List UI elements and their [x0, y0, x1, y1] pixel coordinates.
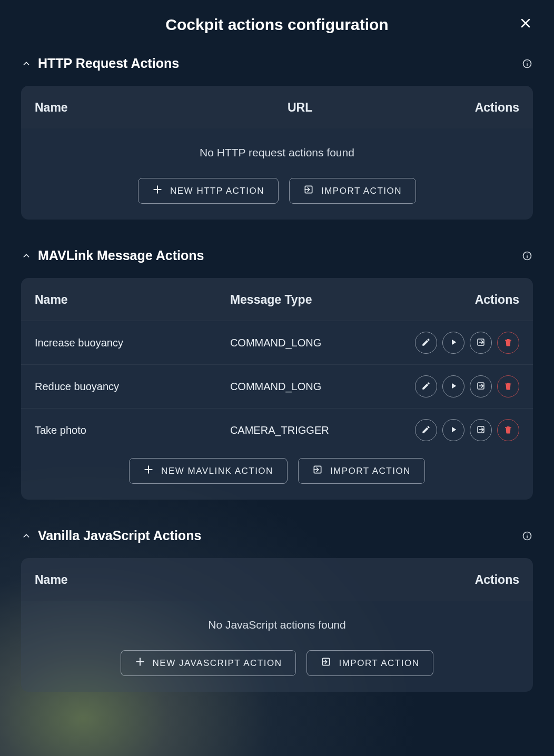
svg-point-11	[527, 253, 528, 254]
play-icon	[449, 381, 458, 392]
section-http-header-left: HTTP Request Actions	[21, 56, 179, 71]
import-mavlink-action-button[interactable]: IMPORT ACTION	[298, 458, 425, 484]
new-http-action-button[interactable]: NEW HTTP ACTION	[138, 178, 279, 204]
section-http: HTTP Request Actions Name URL Actions No…	[21, 54, 533, 220]
section-mavlink-header[interactable]: MAVLink Message Actions	[21, 246, 533, 265]
mavlink-panel-footer: NEW MAVLINK ACTION IMPORT ACTION	[21, 452, 533, 500]
mavlink-table-header: Name Message Type Actions	[21, 278, 533, 321]
chevron-up-icon	[21, 58, 32, 69]
section-js: Vanilla JavaScript Actions Name Actions …	[21, 526, 533, 692]
import-http-action-button[interactable]: IMPORT ACTION	[289, 178, 416, 204]
mavlink-rows-container: Increase buoyancyCOMMAND_LONG Reduce buo…	[21, 321, 533, 452]
js-table-header: Name Actions	[21, 558, 533, 601]
plus-icon	[143, 464, 154, 478]
info-icon[interactable]	[521, 530, 533, 542]
info-icon[interactable]	[521, 58, 533, 69]
js-panel-footer: NEW JAVASCRIPT ACTION IMPORT ACTION	[21, 644, 533, 692]
close-button[interactable]	[516, 15, 535, 34]
svg-point-4	[527, 61, 528, 62]
export-button[interactable]	[470, 419, 492, 441]
export-icon	[476, 381, 486, 392]
col-name-header: Name	[35, 573, 393, 587]
dialog-title: Cockpit actions configuration	[165, 16, 388, 34]
row-actions	[393, 419, 519, 441]
svg-marker-18	[452, 426, 456, 432]
actions-config-dialog: Cockpit actions configuration HTTP Reque…	[0, 0, 554, 756]
pencil-icon	[421, 337, 431, 349]
import-http-action-label: IMPORT ACTION	[321, 186, 402, 196]
table-row: Increase buoyancyCOMMAND_LONG	[21, 321, 533, 364]
chevron-up-icon	[21, 251, 32, 261]
row-message-type: COMMAND_LONG	[230, 381, 393, 393]
col-name-header: Name	[35, 293, 230, 307]
run-button[interactable]	[442, 419, 464, 441]
pencil-icon	[421, 425, 431, 436]
http-panel-footer: NEW HTTP ACTION IMPORT ACTION	[21, 172, 533, 220]
section-js-title: Vanilla JavaScript Actions	[38, 528, 201, 543]
row-actions	[393, 332, 519, 354]
svg-point-27	[527, 533, 528, 534]
info-icon[interactable]	[521, 250, 533, 262]
pencil-icon	[421, 381, 431, 392]
edit-button[interactable]	[415, 419, 437, 441]
js-panel: Name Actions No JavaScript actions found…	[21, 558, 533, 692]
col-actions-header: Actions	[393, 573, 519, 587]
table-row: Reduce buoyancyCOMMAND_LONG	[21, 364, 533, 408]
delete-button[interactable]	[497, 419, 519, 441]
dialog-header: Cockpit actions configuration	[21, 16, 533, 34]
new-http-action-label: NEW HTTP ACTION	[170, 186, 264, 196]
export-button[interactable]	[470, 375, 492, 397]
section-http-title: HTTP Request Actions	[38, 56, 179, 71]
export-icon	[476, 337, 486, 349]
plus-icon	[152, 184, 163, 197]
col-actions-header: Actions	[393, 101, 519, 115]
trash-icon	[503, 425, 513, 436]
section-js-header[interactable]: Vanilla JavaScript Actions	[21, 526, 533, 545]
edit-button[interactable]	[415, 375, 437, 397]
new-js-action-label: NEW JAVASCRIPT ACTION	[153, 658, 282, 669]
http-panel: Name URL Actions No HTTP request actions…	[21, 86, 533, 220]
import-icon	[312, 464, 323, 478]
svg-marker-15	[452, 383, 456, 389]
row-name: Take photo	[35, 424, 230, 436]
play-icon	[449, 425, 458, 436]
delete-button[interactable]	[497, 332, 519, 354]
export-icon	[476, 425, 486, 436]
run-button[interactable]	[442, 332, 464, 354]
svg-marker-12	[452, 339, 456, 345]
trash-icon	[503, 337, 513, 349]
run-button[interactable]	[442, 375, 464, 397]
new-mavlink-action-button[interactable]: NEW MAVLINK ACTION	[129, 458, 288, 484]
row-name: Increase buoyancy	[35, 337, 230, 349]
delete-button[interactable]	[497, 375, 519, 397]
import-mavlink-action-label: IMPORT ACTION	[330, 466, 411, 476]
import-icon	[303, 184, 314, 197]
row-actions	[393, 375, 519, 397]
row-message-type: COMMAND_LONG	[230, 337, 393, 349]
new-mavlink-action-label: NEW MAVLINK ACTION	[161, 466, 273, 476]
close-icon	[519, 17, 532, 32]
mavlink-panel: Name Message Type Actions Increase buoya…	[21, 278, 533, 500]
col-actions-header: Actions	[393, 293, 519, 307]
export-button[interactable]	[470, 332, 492, 354]
section-js-header-left: Vanilla JavaScript Actions	[21, 528, 201, 543]
js-empty-message: No JavaScript actions found	[21, 601, 533, 644]
import-js-action-button[interactable]: IMPORT ACTION	[306, 650, 433, 676]
section-http-header[interactable]: HTTP Request Actions	[21, 54, 533, 73]
row-message-type: CAMERA_TRIGGER	[230, 424, 393, 436]
plus-icon	[135, 656, 145, 670]
col-name-header: Name	[35, 101, 288, 115]
table-row: Take photoCAMERA_TRIGGER	[21, 408, 533, 452]
edit-button[interactable]	[415, 332, 437, 354]
new-js-action-button[interactable]: NEW JAVASCRIPT ACTION	[121, 650, 296, 676]
import-icon	[321, 656, 331, 670]
col-message-type-header: Message Type	[230, 293, 393, 307]
row-name: Reduce buoyancy	[35, 381, 230, 393]
section-mavlink: MAVLink Message Actions Name Message Typ…	[21, 246, 533, 500]
import-js-action-label: IMPORT ACTION	[339, 658, 419, 669]
chevron-up-icon	[21, 531, 32, 541]
section-mavlink-title: MAVLink Message Actions	[38, 248, 204, 263]
col-url-header: URL	[288, 101, 372, 115]
section-mavlink-header-left: MAVLink Message Actions	[21, 248, 204, 263]
http-empty-message: No HTTP request actions found	[21, 128, 533, 172]
